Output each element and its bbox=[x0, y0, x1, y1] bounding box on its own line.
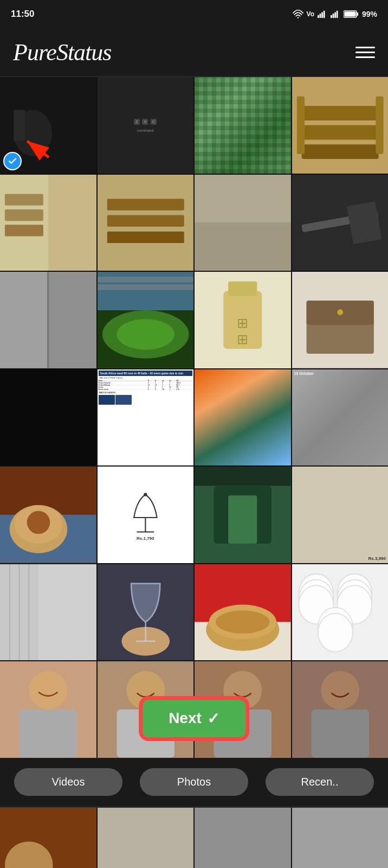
svg-point-61 bbox=[144, 493, 147, 496]
photo-cell-r4c2[interactable]: South Africa need 60 runs in 48 balls - … bbox=[98, 369, 194, 466]
svg-rect-11 bbox=[344, 12, 355, 17]
photo-cell-b2[interactable] bbox=[98, 808, 194, 869]
svg-rect-18 bbox=[301, 106, 378, 120]
menu-button[interactable] bbox=[355, 47, 375, 58]
concrete-img bbox=[195, 175, 291, 271]
photo-cell-r5c3[interactable] bbox=[195, 467, 291, 563]
svg-point-43 bbox=[117, 319, 174, 350]
svg-rect-103 bbox=[311, 710, 369, 758]
photo-cell-r6c2[interactable] bbox=[98, 564, 194, 661]
photo-grid-below bbox=[0, 807, 388, 869]
photo-cell-r6c1[interactable] bbox=[0, 564, 96, 661]
photo-cell-r4c1[interactable] bbox=[0, 369, 96, 466]
photo-cell-r3c4[interactable] bbox=[292, 272, 389, 368]
blurred-date-img: 19 October bbox=[292, 369, 389, 466]
shelf-angle-img bbox=[98, 175, 194, 271]
svg-rect-93 bbox=[20, 710, 77, 758]
tab-photos[interactable]: Photos bbox=[140, 768, 248, 796]
plates-img bbox=[292, 564, 389, 661]
photo-cell-r5c1[interactable] bbox=[0, 467, 96, 563]
signal-icon2 bbox=[331, 10, 340, 18]
svg-point-60 bbox=[27, 511, 50, 534]
shelf-wall-img bbox=[0, 175, 96, 271]
photo-cell-r1c1[interactable] bbox=[0, 77, 96, 174]
svg-rect-25 bbox=[5, 194, 43, 205]
photo-grid: Z X C command bbox=[0, 77, 388, 758]
svg-rect-20 bbox=[301, 144, 378, 159]
photo-cell-r2c4[interactable] bbox=[292, 175, 389, 271]
tab-bar: Videos Photos Recen.. bbox=[0, 758, 388, 807]
photo-cell-b3[interactable] bbox=[195, 808, 291, 869]
dark-screen-img bbox=[0, 369, 96, 466]
lamp-price-img: Rs.1,790 bbox=[98, 467, 194, 563]
food-plate-img bbox=[0, 467, 96, 563]
tab-videos[interactable]: Videos bbox=[14, 768, 122, 796]
photo-cell-r1c3[interactable] bbox=[195, 77, 291, 174]
photo-cell-r4c3[interactable] bbox=[195, 369, 291, 466]
next-btn-wrapper: Next ✓ bbox=[141, 698, 247, 739]
hamburger-line1 bbox=[355, 47, 375, 48]
battery-icon bbox=[344, 10, 359, 18]
svg-point-90 bbox=[318, 613, 352, 652]
photo-cell-r6c4[interactable] bbox=[292, 564, 389, 661]
svg-rect-21 bbox=[296, 97, 304, 155]
photo-cell-b1[interactable] bbox=[0, 808, 96, 869]
svg-rect-67 bbox=[195, 467, 291, 486]
svg-rect-26 bbox=[5, 209, 43, 220]
photo-cell-r7c4[interactable] bbox=[292, 661, 389, 758]
svg-line-16 bbox=[27, 141, 49, 157]
tab-recent[interactable]: Recen.. bbox=[266, 768, 374, 796]
photo-cell-r1c2[interactable]: Z X C command bbox=[98, 77, 194, 174]
hamburger-line2 bbox=[355, 52, 375, 53]
svg-rect-30 bbox=[107, 215, 184, 226]
signal-vo: Vo bbox=[307, 10, 314, 18]
next-checkmark: ✓ bbox=[207, 710, 219, 727]
photo-cell-r4c4[interactable]: 19 October bbox=[292, 369, 389, 466]
wine-glass-img bbox=[98, 564, 194, 661]
photo-cell-r3c3[interactable]: ⊞ ⊞ bbox=[195, 272, 291, 368]
curtain-img bbox=[0, 564, 96, 661]
photo-cell-r5c4[interactable]: Rs.3,990 bbox=[292, 467, 389, 563]
svg-rect-10 bbox=[357, 12, 358, 16]
green-pixelated-img bbox=[195, 77, 291, 174]
person4-img bbox=[292, 661, 389, 758]
photo-cell-r7c1[interactable] bbox=[0, 661, 96, 758]
signal-icon bbox=[318, 10, 327, 18]
svg-rect-24 bbox=[0, 175, 48, 271]
store-price2-img: Rs.3,990 bbox=[292, 467, 389, 563]
bedside-table-img bbox=[292, 272, 389, 368]
photo-cell-r5c2[interactable]: Rs.1,790 bbox=[98, 467, 194, 563]
svg-rect-8 bbox=[337, 11, 338, 18]
photo-cell-r3c1[interactable] bbox=[0, 272, 96, 368]
svg-rect-49 bbox=[228, 282, 257, 296]
photo-cell-r2c3[interactable] bbox=[195, 175, 291, 271]
svg-point-81 bbox=[216, 610, 269, 634]
svg-point-102 bbox=[321, 671, 359, 710]
person1-img bbox=[0, 661, 96, 758]
abstract-img bbox=[195, 369, 291, 466]
photo-cell-r3c2[interactable] bbox=[98, 272, 194, 368]
status-time: 11:50 bbox=[11, 9, 34, 20]
wooden-bowl-img bbox=[195, 564, 291, 661]
wifi-icon bbox=[293, 10, 303, 18]
svg-rect-22 bbox=[376, 97, 383, 155]
photo-cell-r6c3[interactable] bbox=[195, 564, 291, 661]
app-header: PureStatus bbox=[0, 28, 388, 77]
photo-cell-r1c4[interactable] bbox=[292, 77, 389, 174]
wood-shelf-img bbox=[292, 77, 389, 174]
svg-rect-31 bbox=[107, 231, 184, 242]
svg-rect-66 bbox=[228, 495, 257, 544]
svg-rect-5 bbox=[331, 15, 332, 18]
svg-rect-39 bbox=[0, 272, 48, 368]
next-button[interactable]: Next ✓ bbox=[141, 698, 247, 739]
gold-decor-img: ⊞ ⊞ bbox=[195, 272, 291, 368]
photo-cell-b4[interactable] bbox=[292, 808, 389, 869]
svg-text:⊞: ⊞ bbox=[237, 316, 248, 330]
photo-cell-r2c2[interactable] bbox=[98, 175, 194, 271]
store-green-img bbox=[195, 467, 291, 563]
svg-rect-34 bbox=[195, 222, 291, 271]
cricket-stadium-img bbox=[98, 272, 194, 368]
svg-point-0 bbox=[297, 17, 299, 18]
app-logo: PureStatus bbox=[13, 39, 111, 66]
photo-cell-r2c1[interactable] bbox=[0, 175, 96, 271]
